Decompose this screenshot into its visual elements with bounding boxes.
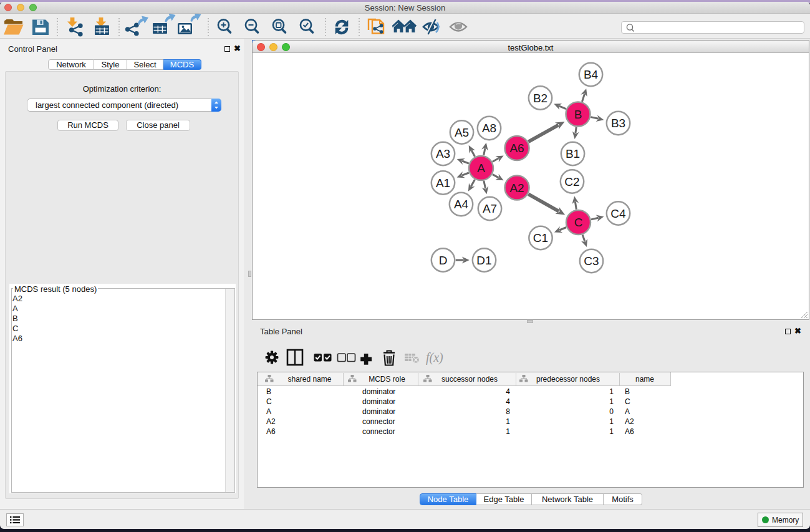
svg-text:A7: A7 (483, 202, 497, 215)
svg-text:B3: B3 (611, 117, 625, 130)
svg-text:B2: B2 (533, 92, 547, 105)
svg-text:B1: B1 (566, 147, 580, 160)
svg-text:A2: A2 (509, 181, 524, 195)
svg-text:C2: C2 (564, 175, 579, 188)
svg-text:A1: A1 (436, 177, 450, 190)
svg-text:A5: A5 (455, 126, 469, 139)
svg-text:f(x): f(x) (426, 351, 443, 365)
svg-text:A8: A8 (482, 122, 496, 135)
svg-text:B4: B4 (584, 68, 599, 81)
svg-text:D: D (439, 254, 448, 267)
svg-text:A6: A6 (509, 142, 524, 155)
svg-text:A4: A4 (454, 198, 469, 211)
svg-text:A: A (477, 162, 485, 175)
svg-text:C4: C4 (610, 207, 626, 220)
svg-text:D1: D1 (476, 254, 491, 267)
svg-text:B: B (574, 108, 582, 121)
svg-text:C1: C1 (533, 231, 548, 244)
svg-text:C3: C3 (584, 254, 599, 268)
svg-text:A3: A3 (436, 147, 450, 160)
svg-text:C: C (574, 216, 583, 229)
